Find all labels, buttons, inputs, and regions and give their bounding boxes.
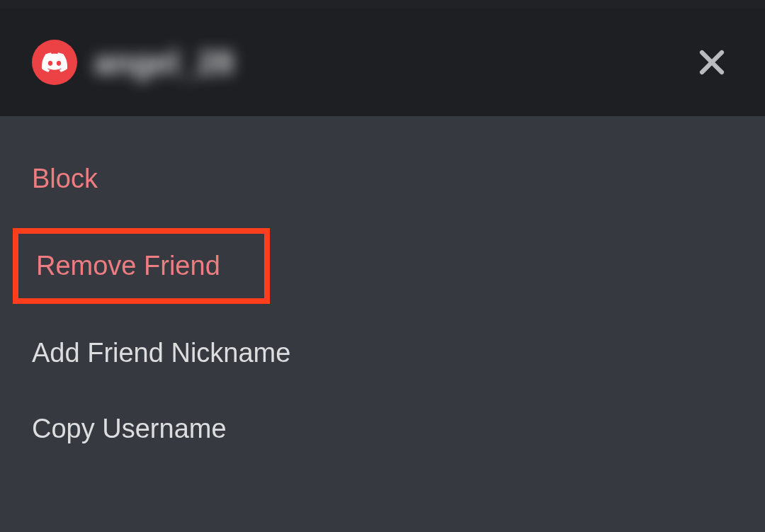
avatar[interactable] (32, 40, 77, 85)
discord-icon (41, 52, 68, 72)
top-spacer (0, 0, 765, 9)
block-button[interactable]: Block (0, 141, 765, 217)
username-label: angel_28 (94, 43, 234, 81)
modal-header: angel_28 (0, 9, 765, 116)
close-button[interactable] (691, 41, 733, 84)
context-menu: Block Remove Friend Add Friend Nickname … (0, 116, 765, 467)
add-friend-nickname-button[interactable]: Add Friend Nickname (0, 315, 765, 391)
copy-username-button[interactable]: Copy Username (0, 391, 765, 467)
user-info: angel_28 (32, 40, 234, 85)
close-icon (697, 47, 727, 77)
remove-friend-button[interactable]: Remove Friend (13, 228, 270, 304)
